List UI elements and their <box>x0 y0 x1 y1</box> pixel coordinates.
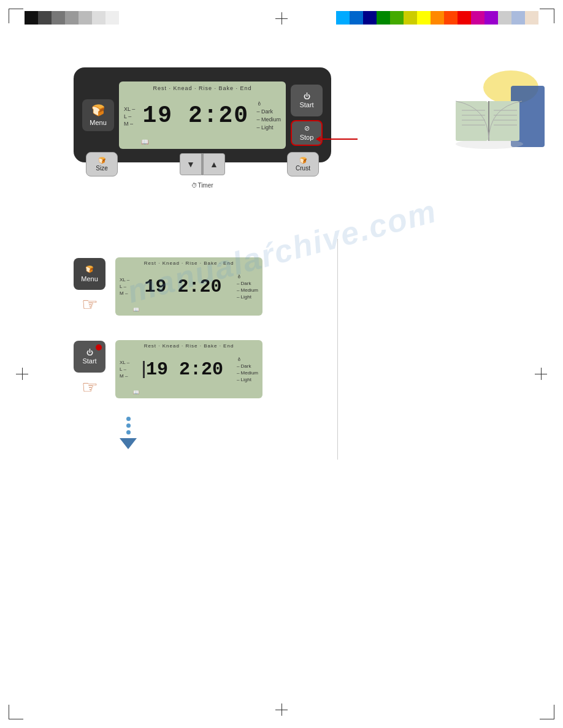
lcd-display-s3: Rest · Knead · Rise · Bake · End XL – L … <box>115 340 262 398</box>
size-button[interactable]: 🍞 Size <box>86 152 118 176</box>
hand-icon-s2: ☞ <box>82 294 98 315</box>
corner-mark-bl <box>9 705 23 719</box>
stop-icon: ⊘ <box>304 124 310 132</box>
down-button[interactable]: ▼ <box>180 153 202 175</box>
crust-icon: 🍞 <box>299 157 307 164</box>
corner-mark-tl <box>9 9 23 23</box>
down-arrow-triangle <box>120 438 137 449</box>
grayscale-bar <box>25 11 119 25</box>
section3: ⏻ Start ☞ Rest · Knead · Rise · Bake · E… <box>74 340 262 398</box>
start-icon-s3: ⏻ <box>86 349 93 356</box>
crust-label: Crust <box>296 165 310 172</box>
crosshair-top <box>275 12 288 25</box>
lcd-labels-right-s2: 🕯 – Dark – Medium – Light <box>237 274 258 300</box>
lcd-labels-right-s3: 🕯 – Dark – Medium – Light <box>237 357 258 382</box>
menu-press-area: 🍞 Menu ☞ <box>74 258 105 315</box>
panel-bottom-row: 🍞 Size ▼ ▲ ⏱Timer 🍞 Crust <box>74 152 331 176</box>
crosshair-bottom <box>275 703 288 716</box>
start-button[interactable]: ⏻ Start <box>291 85 323 116</box>
crust-button[interactable]: 🍞 Crust <box>287 152 319 176</box>
lcd-top-s3: Rest · Knead · Rise · Bake · End <box>120 343 258 349</box>
stop-arrow <box>316 136 358 142</box>
color-bar <box>336 11 538 25</box>
section2: 🍞 Menu ☞ Rest · Knead · Rise · Bake · En… <box>74 257 262 316</box>
nav-buttons: ▼ ▲ <box>180 153 225 175</box>
start-label: Start <box>299 101 313 108</box>
start-press-area: ⏻ Start ☞ <box>74 341 105 398</box>
corner-mark-tr <box>540 9 554 23</box>
menu-icon: 🍞 <box>91 104 105 117</box>
lcd-digits-s3: 19 2:20 <box>131 359 235 380</box>
lcd-top-bar: Rest · Knead · Rise · Bake · End <box>124 85 281 91</box>
dot-1 <box>126 417 131 421</box>
lcd-labels-left-s2: XL – L – M – <box>120 277 129 296</box>
lcd-display-main: Rest · Knead · Rise · Bake · End XL – L … <box>119 82 286 149</box>
nav-container: ▼ ▲ ⏱Timer <box>180 153 225 175</box>
book-illustration <box>446 67 545 165</box>
crosshair-mid-right <box>535 368 547 380</box>
lcd-right-labels: 🕯 – Dark – Medium – Light <box>256 100 281 131</box>
lcd-book-icon-s3: 📖 <box>133 390 258 395</box>
lcd-digits: 19 2:20 <box>137 102 254 129</box>
stop-label: Stop <box>300 134 314 141</box>
section-divider <box>337 239 338 460</box>
down-arrow-area <box>120 417 137 449</box>
main-control-panel: 🍞 Menu Rest · Knead · Rise · Bake · End … <box>74 67 331 162</box>
timer-label: ⏱Timer <box>191 182 213 189</box>
size-label: Size <box>96 165 107 172</box>
start-label-s3: Start <box>82 357 96 365</box>
lcd-labels-left-s3: XL – L – M – <box>120 360 129 379</box>
book-svg <box>453 95 526 150</box>
hand-icon-s3: ☞ <box>82 376 98 398</box>
menu-label: Menu <box>90 119 107 126</box>
lcd-book-icon-s2: 📖 <box>133 307 258 313</box>
dot-3 <box>126 430 131 434</box>
size-icon: 🍞 <box>98 157 105 164</box>
menu-button[interactable]: 🍞 Menu <box>82 99 114 131</box>
lcd-left-labels: XL – L – M – <box>124 104 135 127</box>
menu-button-s2[interactable]: 🍞 Menu <box>74 258 105 290</box>
start-button-s3[interactable]: ⏻ Start <box>74 341 105 373</box>
lcd-top-s2: Rest · Knead · Rise · Bake · End <box>120 260 258 266</box>
red-dot-indicator <box>96 344 102 351</box>
corner-mark-br <box>540 705 554 719</box>
svg-rect-1 <box>456 101 488 141</box>
dot-2 <box>126 423 131 428</box>
svg-rect-2 <box>488 101 519 141</box>
lcd-digits-s2: 19 2:20 <box>131 276 235 297</box>
lcd-display-s2: Rest · Knead · Rise · Bake · End XL – L … <box>115 257 262 316</box>
menu-icon-s2: 🍞 <box>85 265 94 273</box>
menu-label-s2: Menu <box>81 275 98 282</box>
active-cursor-bar <box>143 361 145 378</box>
start-icon: ⏻ <box>304 93 310 100</box>
lcd-book-icon: 📖 <box>141 138 281 145</box>
arrow-tip <box>316 136 321 142</box>
up-button[interactable]: ▲ <box>203 153 225 175</box>
arrow-line <box>321 138 358 140</box>
crosshair-mid-left <box>16 368 28 380</box>
